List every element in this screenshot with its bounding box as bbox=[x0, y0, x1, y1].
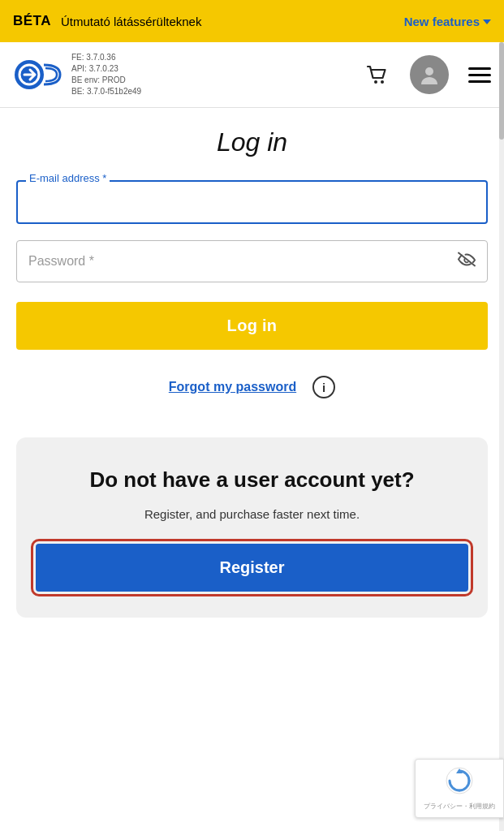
new-features-link[interactable]: New features bbox=[404, 15, 491, 28]
eye-slash-icon[interactable] bbox=[457, 252, 476, 272]
logo-icon bbox=[13, 58, 65, 91]
register-button-wrap: Register bbox=[36, 544, 468, 592]
recaptcha-text: プライバシー・利用規約 bbox=[424, 802, 495, 811]
chevron-down-icon bbox=[483, 19, 491, 24]
logo-and-version: FE: 3.7.0.36API: 3.7.0.23BE env: PRODBE:… bbox=[13, 52, 141, 97]
forgot-password-link[interactable]: Forgot my password bbox=[169, 380, 296, 394]
new-features-label: New features bbox=[404, 15, 480, 28]
recaptcha-badge: プライバシー・利用規約 bbox=[415, 759, 504, 818]
email-label: E-mail address * bbox=[26, 172, 110, 184]
svg-point-3 bbox=[381, 80, 384, 84]
info-icon[interactable]: i bbox=[312, 376, 335, 398]
register-button[interactable]: Register bbox=[36, 544, 468, 592]
login-button[interactable]: Log in bbox=[16, 302, 488, 350]
profile-icon[interactable] bbox=[410, 55, 449, 94]
scroll-thumb[interactable] bbox=[499, 42, 504, 140]
top-banner: BÉTA Útmutató látássérülteknek New featu… bbox=[0, 0, 504, 42]
header-icons bbox=[364, 55, 491, 94]
recaptcha-icon bbox=[445, 766, 474, 799]
cart-icon[interactable] bbox=[364, 62, 390, 88]
menu-icon[interactable] bbox=[468, 67, 491, 83]
scrollbar[interactable] bbox=[499, 42, 504, 831]
main-content: Log in E-mail address * Log in Forgot my… bbox=[0, 108, 504, 650]
email-input[interactable] bbox=[16, 180, 488, 224]
beta-label: BÉTA bbox=[13, 13, 51, 29]
guide-text: Útmutató látássérülteknek bbox=[61, 15, 201, 28]
register-title: Do not have a user account yet? bbox=[36, 467, 468, 494]
forgot-password-row: Forgot my password i bbox=[16, 376, 488, 398]
page-title: Log in bbox=[16, 127, 488, 157]
register-section: Do not have a user account yet? Register… bbox=[16, 437, 488, 618]
password-input[interactable] bbox=[16, 240, 488, 282]
password-field-group bbox=[16, 240, 488, 282]
header: FE: 3.7.0.36API: 3.7.0.23BE env: PRODBE:… bbox=[0, 42, 504, 108]
register-subtitle: Register, and purchase faster next time. bbox=[36, 507, 468, 521]
email-field-group: E-mail address * bbox=[16, 180, 488, 224]
svg-point-4 bbox=[425, 67, 433, 75]
svg-point-2 bbox=[374, 80, 377, 84]
version-info: FE: 3.7.0.36API: 3.7.0.23BE env: PRODBE:… bbox=[71, 52, 141, 97]
